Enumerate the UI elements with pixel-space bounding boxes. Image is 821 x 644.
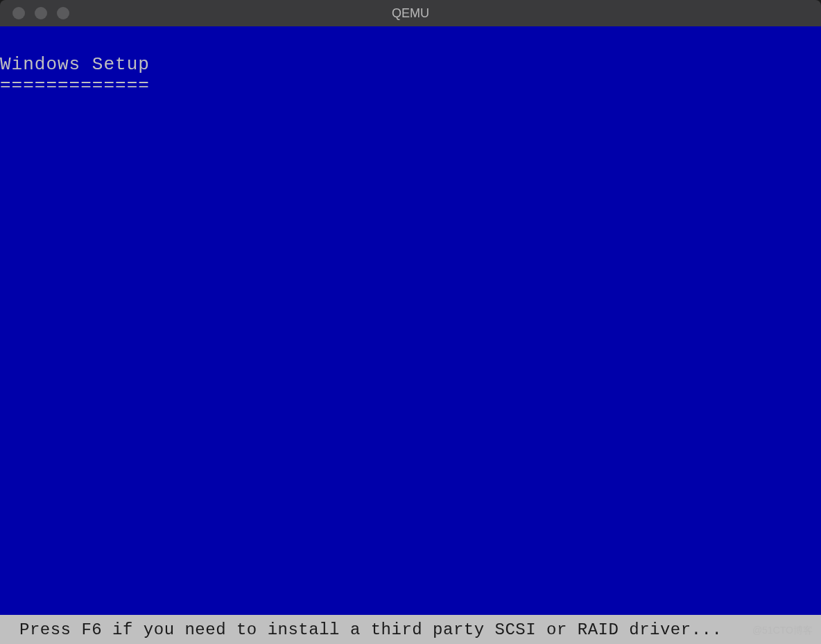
maximize-window-button[interactable] — [57, 7, 69, 19]
window-title: QEMU — [392, 6, 429, 21]
status-message: Press F6 if you need to install a third … — [19, 620, 722, 639]
setup-underline: ============= — [0, 76, 821, 96]
emulator-screen[interactable]: Windows Setup ============= Press F6 if … — [0, 26, 821, 644]
window-controls — [0, 7, 69, 19]
minimize-window-button[interactable] — [35, 7, 47, 19]
setup-heading: Windows Setup — [0, 54, 821, 76]
close-window-button[interactable] — [12, 7, 25, 19]
status-bar: Press F6 if you need to install a third … — [0, 615, 821, 644]
window-titlebar: QEMU — [0, 0, 821, 26]
setup-content: Windows Setup ============= — [0, 26, 821, 615]
